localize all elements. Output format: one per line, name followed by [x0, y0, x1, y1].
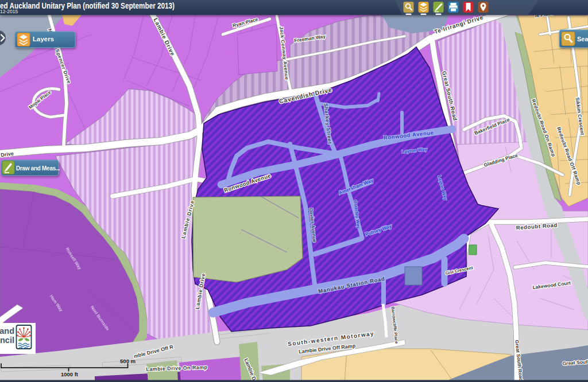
svg-text:Layers: Layers	[33, 36, 54, 42]
svg-text:Draw and Meas...: Draw and Meas...	[16, 165, 60, 171]
svg-text:500 m: 500 m	[120, 358, 136, 364]
svg-text:1000 ft: 1000 ft	[61, 371, 79, 377]
svg-text:12-2015: 12-2015	[0, 9, 18, 14]
svg-text:Searc: Searc	[577, 36, 588, 42]
svg-text:ed Auckland Unitary Plan (noti: ed Auckland Unitary Plan (notified 30 Se…	[0, 2, 175, 10]
svg-text:uncil: uncil	[0, 336, 14, 345]
svg-text:land: land	[0, 326, 14, 336]
